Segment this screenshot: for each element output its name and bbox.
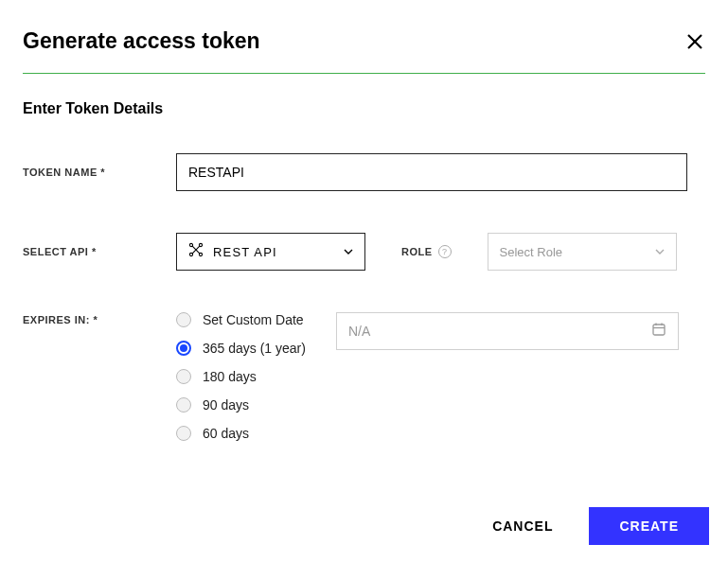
dialog-footer: CANCEL CREATE xyxy=(492,507,709,545)
close-icon xyxy=(686,33,703,50)
expires-row: EXPIRES IN: * Set Custom Date365 days (1… xyxy=(23,312,705,441)
select-api-label: SELECT API * xyxy=(23,233,176,257)
select-role-placeholder: Select Role xyxy=(500,245,655,259)
radio-label: 365 days (1 year) xyxy=(203,341,306,356)
radio-label: Set Custom Date xyxy=(203,312,304,327)
expires-option-1[interactable]: 365 days (1 year) xyxy=(176,341,306,356)
api-icon xyxy=(188,242,204,261)
expires-option-4[interactable]: 60 days xyxy=(176,426,306,441)
cancel-button[interactable]: CANCEL xyxy=(492,518,553,534)
custom-date-placeholder: N/A xyxy=(348,324,651,339)
expires-option-2[interactable]: 180 days xyxy=(176,369,306,384)
expires-option-0[interactable]: Set Custom Date xyxy=(176,312,306,327)
select-role-dropdown[interactable]: Select Role xyxy=(488,233,677,271)
radio-circle xyxy=(176,312,191,327)
section-subtitle: Enter Token Details xyxy=(23,100,705,117)
radio-circle xyxy=(176,341,191,356)
radio-circle xyxy=(176,369,191,384)
divider xyxy=(23,73,705,74)
custom-date-input[interactable]: N/A xyxy=(336,312,679,350)
token-name-row: TOKEN NAME * xyxy=(23,153,705,191)
dialog-title: Generate access token xyxy=(23,28,260,54)
expires-option-3[interactable]: 90 days xyxy=(176,397,306,413)
svg-point-3 xyxy=(199,243,202,246)
select-api-dropdown[interactable]: REST API xyxy=(176,233,365,271)
radio-label: 60 days xyxy=(203,426,249,441)
svg-point-5 xyxy=(199,253,202,255)
radio-circle xyxy=(176,426,191,441)
radio-label: 180 days xyxy=(203,369,257,384)
radio-circle xyxy=(176,397,191,413)
create-button[interactable]: CREATE xyxy=(589,507,709,545)
help-icon[interactable]: ? xyxy=(438,245,452,258)
close-button[interactable] xyxy=(684,31,705,52)
chevron-down-icon xyxy=(344,249,353,255)
token-name-input[interactable] xyxy=(176,153,687,191)
role-label-wrap: ROLE ? xyxy=(401,245,452,258)
expires-label: EXPIRES IN: * xyxy=(23,312,176,325)
chevron-down-icon xyxy=(655,249,665,255)
role-label: ROLE xyxy=(401,246,433,257)
svg-point-4 xyxy=(189,253,192,255)
radio-label: 90 days xyxy=(203,397,249,413)
api-role-row: SELECT API * REST API ROLE ? Select Role xyxy=(23,233,705,271)
svg-point-2 xyxy=(189,243,192,246)
select-api-value: REST API xyxy=(213,245,344,259)
dialog-header: Generate access token xyxy=(23,28,705,73)
expires-radio-group: Set Custom Date365 days (1 year)180 days… xyxy=(176,312,306,441)
calendar-icon xyxy=(651,322,666,341)
svg-rect-8 xyxy=(653,325,665,335)
token-name-label: TOKEN NAME * xyxy=(23,153,176,178)
